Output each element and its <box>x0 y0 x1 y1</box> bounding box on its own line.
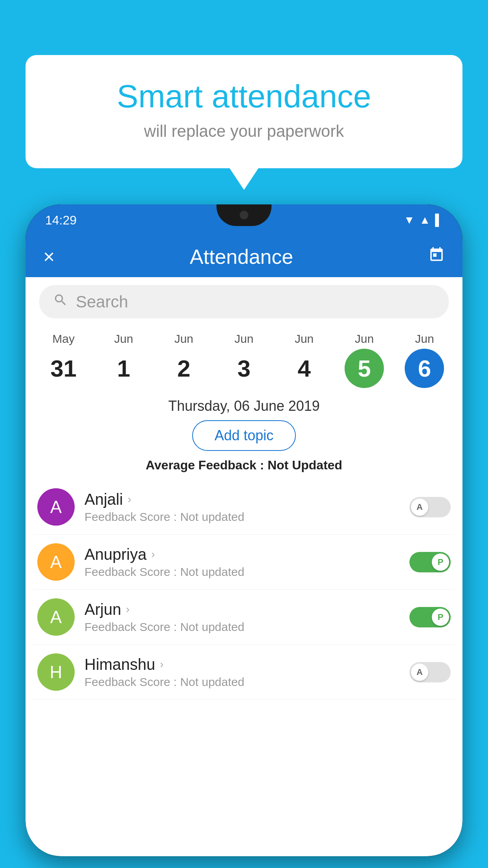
calendar-strip: May31Jun1Jun2Jun3Jun4Jun5Jun6 <box>26 326 462 390</box>
calendar-day[interactable]: Jun5 <box>339 332 390 388</box>
attendance-toggle[interactable]: A <box>409 662 451 682</box>
student-name: Himanshu › <box>84 656 400 673</box>
search-placeholder: Search <box>76 292 128 311</box>
student-item[interactable]: AArjun ›Feedback Score : Not updatedP <box>33 590 455 645</box>
notch <box>216 204 272 226</box>
search-container: Search <box>26 277 462 326</box>
avatar: A <box>37 543 75 581</box>
search-icon <box>53 292 68 311</box>
selected-date: Thursday, 06 June 2019 <box>26 390 462 420</box>
day-number[interactable]: 3 <box>224 349 264 388</box>
toggle-knob: P <box>432 609 449 626</box>
chevron-icon: › <box>151 548 155 561</box>
day-number[interactable]: 6 <box>405 349 444 388</box>
add-topic-button[interactable]: Add topic <box>192 420 296 451</box>
day-month-label: Jun <box>174 332 193 346</box>
bubble-subtitle: will replace your paperwork <box>57 122 431 141</box>
day-month-label: Jun <box>415 332 434 346</box>
chevron-icon: › <box>128 493 131 506</box>
signal-icon: ▲ <box>419 214 430 226</box>
attendance-toggle[interactable]: P <box>409 552 451 572</box>
student-info: Himanshu ›Feedback Score : Not updated <box>84 656 400 689</box>
day-number[interactable]: 31 <box>44 349 83 388</box>
app-header: × Attendance <box>26 236 462 277</box>
camera <box>240 211 248 219</box>
calendar-day[interactable]: Jun1 <box>98 332 149 388</box>
calendar-day[interactable]: Jun2 <box>158 332 209 388</box>
status-bar: 14:29 ▼ ▲ ▌ <box>26 204 462 236</box>
day-number[interactable]: 5 <box>345 349 384 388</box>
attendance-toggle[interactable]: A <box>409 497 451 517</box>
feedback-score: Feedback Score : Not updated <box>84 565 400 579</box>
student-item[interactable]: HHimanshu ›Feedback Score : Not updatedA <box>33 645 455 700</box>
student-list: AAnjali ›Feedback Score : Not updatedAAA… <box>26 480 462 700</box>
calendar-day[interactable]: Jun3 <box>218 332 270 388</box>
attendance-toggle[interactable]: P <box>409 607 451 627</box>
close-button[interactable]: × <box>43 245 55 268</box>
student-name: Anupriya › <box>84 546 400 563</box>
header-title: Attendance <box>190 245 293 268</box>
student-name: Anjali › <box>84 491 400 508</box>
toggle-knob: A <box>411 664 428 681</box>
day-month-label: Jun <box>114 332 133 346</box>
bubble-title: Smart attendance <box>57 79 431 114</box>
avatar: A <box>37 488 75 526</box>
student-info: Arjun ›Feedback Score : Not updated <box>84 601 400 634</box>
feedback-score: Feedback Score : Not updated <box>84 620 400 634</box>
day-month-label: Jun <box>355 332 374 346</box>
phone-screen: 14:29 ▼ ▲ ▌ × Attendance <box>26 204 462 856</box>
phone-content: Search May31Jun1Jun2Jun3Jun4Jun5Jun6 Thu… <box>26 277 462 856</box>
day-month-label: Jun <box>295 332 314 346</box>
calendar-day[interactable]: May31 <box>38 332 89 388</box>
student-item[interactable]: AAnupriya ›Feedback Score : Not updatedP <box>33 535 455 590</box>
student-info: Anjali ›Feedback Score : Not updated <box>84 491 400 524</box>
toggle-knob: A <box>411 498 428 516</box>
calendar-icon[interactable] <box>428 246 445 267</box>
average-feedback: Average Feedback : Not Updated <box>26 458 462 473</box>
battery-icon: ▌ <box>435 214 443 226</box>
day-number[interactable]: 1 <box>104 349 143 388</box>
day-month-label: May <box>52 332 75 346</box>
speech-bubble: Smart attendance will replace your paper… <box>26 55 462 168</box>
day-number[interactable]: 2 <box>164 349 204 388</box>
phone-frame: 14:29 ▼ ▲ ▌ × Attendance <box>26 204 462 856</box>
student-name: Arjun › <box>84 601 400 618</box>
search-bar[interactable]: Search <box>39 285 449 318</box>
student-info: Anupriya ›Feedback Score : Not updated <box>84 546 400 579</box>
avatar: A <box>37 598 75 636</box>
toggle-knob: P <box>432 554 449 571</box>
day-month-label: Jun <box>235 332 253 346</box>
status-icons: ▼ ▲ ▌ <box>404 214 443 226</box>
avg-feedback-label: Average Feedback : <box>146 458 268 472</box>
calendar-day[interactable]: Jun6 <box>399 332 450 388</box>
speech-bubble-container: Smart attendance will replace your paper… <box>26 55 462 168</box>
chevron-icon: › <box>160 658 163 671</box>
student-item[interactable]: AAnjali ›Feedback Score : Not updatedA <box>33 480 455 535</box>
feedback-score: Feedback Score : Not updated <box>84 675 400 689</box>
feedback-score: Feedback Score : Not updated <box>84 510 400 524</box>
wifi-icon: ▼ <box>404 214 415 226</box>
status-time: 14:29 <box>45 213 77 228</box>
avg-feedback-value: Not Updated <box>268 458 342 472</box>
calendar-day[interactable]: Jun4 <box>279 332 330 388</box>
avatar: H <box>37 653 75 691</box>
day-number[interactable]: 4 <box>284 349 324 388</box>
chevron-icon: › <box>126 603 129 616</box>
